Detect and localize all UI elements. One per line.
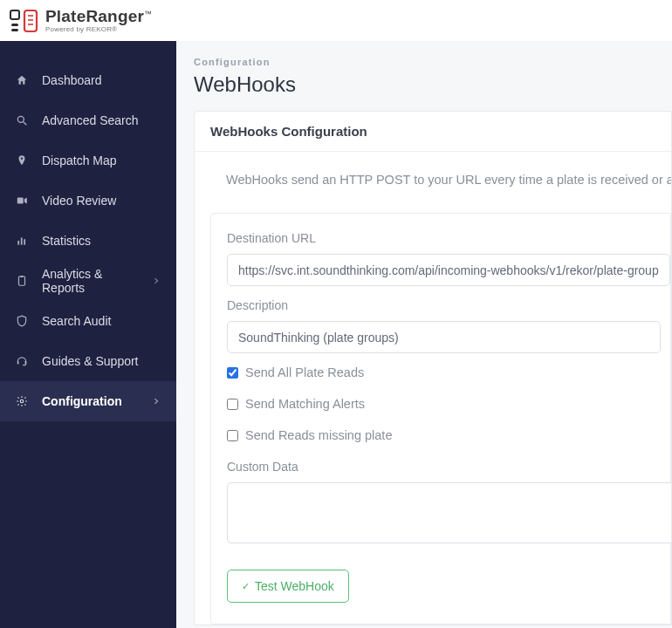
send-alerts-checkbox[interactable] — [227, 399, 238, 410]
description-label: Description — [227, 298, 670, 312]
sidebar-item-guides-support[interactable]: Guides & Support — [0, 341, 176, 381]
search-icon — [16, 114, 28, 126]
sidebar-item-dashboard[interactable]: Dashboard — [0, 60, 176, 100]
helper-text: WebHooks send an HTTP POST to your URL e… — [195, 152, 671, 213]
shield-icon — [16, 315, 28, 327]
clipboard-icon — [16, 275, 28, 287]
headset-icon — [16, 355, 28, 367]
svg-rect-11 — [21, 238, 23, 245]
sidebar: Dashboard Advanced Search Dispatch Map V… — [0, 41, 176, 628]
custom-data-label: Custom Data — [227, 460, 670, 474]
webhooks-card: WebHooks Configuration WebHooks send an … — [194, 111, 672, 625]
sidebar-item-analytics-reports[interactable]: Analytics & Reports — [0, 261, 176, 301]
sidebar-item-label: Dispatch Map — [42, 154, 117, 167]
custom-data-textarea[interactable] — [227, 482, 672, 543]
sidebar-item-label: Guides & Support — [42, 354, 139, 368]
description-input[interactable] — [227, 321, 661, 353]
sidebar-item-configuration[interactable]: Configuration — [0, 381, 176, 421]
check-icon: ✓ — [242, 581, 250, 592]
chevron-right-icon — [152, 394, 161, 408]
url-label: Destination URL — [227, 231, 670, 245]
send-missing-checkbox[interactable] — [227, 430, 238, 441]
topbar: PlateRanger™ Powered by REKOR® — [0, 0, 672, 41]
send-missing-label: Send Reads missing plate — [245, 428, 392, 442]
destination-url-input[interactable] — [227, 254, 670, 286]
page-title: WebHooks — [194, 72, 672, 97]
svg-line-8 — [24, 122, 27, 126]
sidebar-item-label: Analytics & Reports — [42, 267, 138, 295]
send-missing-row[interactable]: Send Reads missing plate — [227, 428, 670, 442]
video-icon — [16, 195, 28, 207]
bar-chart-icon — [16, 235, 28, 247]
svg-point-17 — [20, 399, 24, 403]
svg-rect-3 — [24, 10, 37, 31]
svg-rect-1 — [11, 24, 18, 26]
svg-rect-13 — [19, 276, 25, 286]
sidebar-item-advanced-search[interactable]: Advanced Search — [0, 100, 176, 140]
brand-subtitle: Powered by REKOR® — [45, 26, 152, 33]
gear-icon — [16, 395, 28, 407]
svg-rect-0 — [10, 10, 19, 19]
sidebar-item-label: Advanced Search — [42, 113, 139, 127]
send-all-checkbox[interactable] — [227, 367, 238, 379]
chevron-right-icon — [152, 274, 161, 288]
sidebar-item-label: Dashboard — [42, 73, 102, 87]
sidebar-item-label: Video Review — [42, 194, 116, 208]
brand-name: PlateRanger — [45, 7, 144, 25]
sidebar-item-search-audit[interactable]: Search Audit — [0, 301, 176, 341]
sidebar-item-label: Statistics — [42, 234, 91, 248]
svg-rect-16 — [25, 361, 27, 365]
svg-rect-2 — [11, 29, 18, 31]
sidebar-item-label: Configuration — [42, 394, 122, 408]
send-all-row[interactable]: Send All Plate Reads — [227, 365, 670, 379]
pin-icon — [16, 154, 28, 167]
brand-tm: ™ — [144, 10, 152, 18]
send-alerts-label: Send Matching Alerts — [245, 397, 365, 411]
svg-point-7 — [17, 116, 24, 122]
plateranger-logo-icon — [9, 7, 40, 35]
home-icon — [16, 74, 28, 86]
sidebar-item-dispatch-map[interactable]: Dispatch Map — [0, 140, 176, 181]
breadcrumb: Configuration — [194, 57, 672, 67]
svg-rect-15 — [17, 361, 19, 365]
send-all-label: Send All Plate Reads — [245, 365, 364, 379]
main-content: Configuration WebHooks WebHooks Configur… — [176, 41, 672, 628]
svg-rect-12 — [24, 239, 25, 244]
test-webhook-button[interactable]: ✓ Test WebHook — [227, 570, 349, 603]
webhook-form: Destination URL Description Send All Pla… — [210, 213, 671, 625]
send-alerts-row[interactable]: Send Matching Alerts — [227, 397, 670, 411]
sidebar-item-label: Search Audit — [42, 314, 111, 328]
sidebar-item-statistics[interactable]: Statistics — [0, 221, 176, 261]
brand-logo[interactable]: PlateRanger™ Powered by REKOR® — [9, 7, 152, 35]
card-header: WebHooks Configuration — [195, 112, 671, 152]
svg-rect-10 — [17, 241, 19, 245]
svg-rect-9 — [17, 198, 24, 204]
svg-rect-14 — [20, 276, 24, 277]
test-webhook-label: Test WebHook — [255, 579, 334, 593]
sidebar-item-video-review[interactable]: Video Review — [0, 181, 176, 221]
